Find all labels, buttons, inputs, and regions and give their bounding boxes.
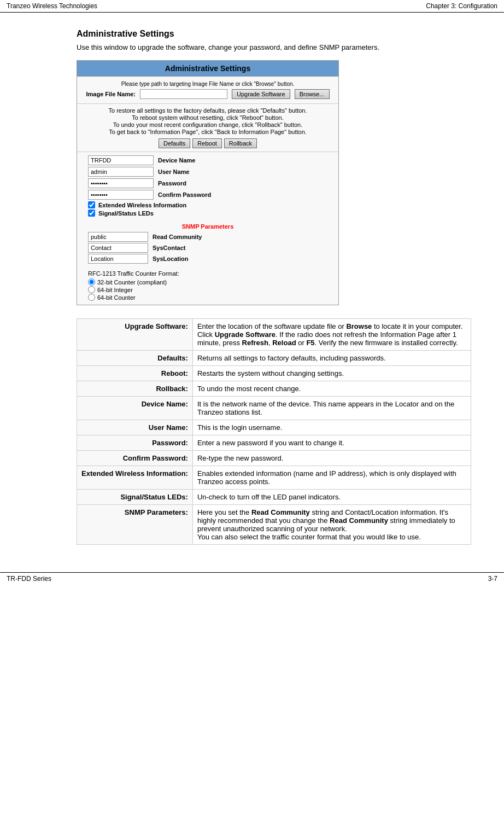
confirm-password-input[interactable] bbox=[88, 190, 154, 200]
upgrade-row: Image File Name: Upgrade Software Browse… bbox=[84, 89, 332, 99]
desc-signal-leds-label: Signal/Status LEDs: bbox=[77, 490, 193, 505]
footer-left: TR-FDD Series bbox=[7, 575, 51, 583]
factory-line-4: To get back to "Information Page", click… bbox=[84, 129, 332, 135]
counter-64bit-counter-radio[interactable] bbox=[88, 294, 95, 301]
desc-password-label: Password: bbox=[77, 435, 193, 451]
defaults-row: Defaults Reboot Rollback bbox=[84, 138, 332, 148]
desc-extended-wireless: Extended Wireless Information: Enables e… bbox=[77, 466, 471, 490]
extended-wireless-label: Extended Wireless Information bbox=[98, 202, 186, 208]
defaults-button[interactable]: Defaults bbox=[159, 138, 190, 148]
desc-defaults-value: Returns all settings to factory defaults… bbox=[192, 351, 471, 366]
desc-defaults-label: Defaults: bbox=[77, 351, 193, 366]
desc-user-name-label: User Name: bbox=[77, 420, 193, 435]
desc-defaults: Defaults: Returns all settings to factor… bbox=[77, 351, 471, 366]
desc-rollback-label: Rollback: bbox=[77, 381, 193, 397]
file-upload-instruction: Please type path to targeting Image File… bbox=[84, 81, 332, 87]
snmp-section: SNMP Parameters Read Community SysContac… bbox=[77, 221, 338, 268]
desc-reboot: Reboot: Restarts the system without chan… bbox=[77, 366, 471, 381]
sys-location-input[interactable] bbox=[88, 254, 148, 264]
intro-text: Use this window to upgrade the software,… bbox=[77, 43, 405, 51]
desc-device-name-value: It is the network name of the device. Th… bbox=[192, 397, 471, 420]
counter-64bit-int-label: 64-bit Integer bbox=[97, 287, 133, 293]
desc-rollback: Rollback: To undo the most recent change… bbox=[77, 381, 471, 397]
desc-upgrade-software: Upgrade Software: Enter the location of … bbox=[77, 319, 471, 351]
desc-snmp-parameters-value: Here you set the Read Community string a… bbox=[192, 505, 471, 545]
counter-section: RFC-1213 Traffic Counter Format: 32-bit … bbox=[77, 268, 338, 305]
read-community-input[interactable] bbox=[88, 232, 148, 242]
user-name-label: User Name bbox=[158, 168, 189, 175]
counter-label: RFC-1213 Traffic Counter Format: bbox=[88, 270, 327, 277]
sys-contact-label: SysContact bbox=[153, 245, 186, 251]
fields-section: Device Name User Name Password Confirm P… bbox=[77, 152, 338, 221]
signal-status-label: Signal/Status LEDs bbox=[98, 210, 154, 217]
signal-status-checkbox[interactable] bbox=[88, 210, 95, 217]
user-name-input[interactable] bbox=[88, 167, 154, 177]
factory-text: To restore all settings to the factory d… bbox=[77, 104, 338, 152]
main-content: Administrative Settings Use this window … bbox=[0, 13, 504, 561]
counter-32bit-radio[interactable] bbox=[88, 278, 95, 286]
rollback-button[interactable]: Rollback bbox=[224, 138, 257, 148]
image-file-label: Image File Name: bbox=[86, 91, 135, 97]
signal-status-row: Signal/Status LEDs bbox=[88, 210, 327, 217]
factory-line-3: To undo your most recent configuration c… bbox=[84, 121, 332, 128]
sys-location-row: SysLocation bbox=[88, 254, 327, 264]
factory-line-1: To restore all settings to the factory d… bbox=[84, 107, 332, 114]
admin-panel: Administrative Settings Please type path… bbox=[77, 60, 339, 305]
device-name-label: Device Name bbox=[158, 157, 196, 164]
password-row: Password bbox=[88, 178, 327, 188]
sys-contact-row: SysContact bbox=[88, 243, 327, 253]
desc-confirm-password-value: Re-type the new password. bbox=[192, 451, 471, 466]
factory-line-2: To reboot system without resetting, clic… bbox=[84, 114, 332, 121]
sys-contact-input[interactable] bbox=[88, 243, 148, 253]
desc-confirm-password-label: Confirm Password: bbox=[77, 451, 193, 466]
desc-password-value: Enter a new password if you want to chan… bbox=[192, 435, 471, 451]
desc-snmp-parameters: SNMP Parameters: Here you set the Read C… bbox=[77, 505, 471, 545]
desc-upgrade-software-label: Upgrade Software: bbox=[77, 319, 193, 351]
desc-snmp-parameters-label: SNMP Parameters: bbox=[77, 505, 193, 545]
sys-location-label: SysLocation bbox=[153, 255, 188, 262]
file-upload-section: Please type path to targeting Image File… bbox=[77, 77, 338, 104]
device-name-row: Device Name bbox=[88, 155, 327, 165]
desc-confirm-password: Confirm Password: Re-type the new passwo… bbox=[77, 451, 471, 466]
page-footer: TR-FDD Series 3-7 bbox=[0, 572, 504, 585]
footer-right: 3-7 bbox=[488, 575, 497, 583]
desc-reboot-value: Restarts the system without changing set… bbox=[192, 366, 471, 381]
desc-signal-leds: Signal/Status LEDs: Un-check to turn off… bbox=[77, 490, 471, 505]
counter-32bit-label: 32-bit Counter (compliant) bbox=[97, 279, 167, 286]
snmp-title: SNMP Parameters bbox=[88, 223, 327, 230]
desc-rollback-value: To undo the most recent change. bbox=[192, 381, 471, 397]
counter-64bit-int-row: 64-bit Integer bbox=[88, 286, 327, 293]
admin-panel-title: Administrative Settings bbox=[77, 61, 338, 77]
desc-signal-leds-value: Un-check to turn off the LED panel indic… bbox=[192, 490, 471, 505]
desc-extended-wireless-value: Enables extended information (name and I… bbox=[192, 466, 471, 490]
password-label: Password bbox=[158, 180, 186, 187]
desc-device-name-label: Device Name: bbox=[77, 397, 193, 420]
description-table: Upgrade Software: Enter the location of … bbox=[77, 318, 471, 545]
device-name-input[interactable] bbox=[88, 155, 154, 165]
desc-reboot-label: Reboot: bbox=[77, 366, 193, 381]
counter-32bit-row: 32-bit Counter (compliant) bbox=[88, 278, 327, 286]
counter-64bit-counter-label: 64-bit Counter bbox=[97, 294, 136, 301]
counter-64bit-counter-row: 64-bit Counter bbox=[88, 294, 327, 301]
password-input[interactable] bbox=[88, 178, 154, 188]
confirm-password-row: Confirm Password bbox=[88, 190, 327, 200]
desc-upgrade-software-value: Enter the location of the software updat… bbox=[192, 319, 471, 351]
desc-password: Password: Enter a new password if you wa… bbox=[77, 435, 471, 451]
header-left: Tranzeo Wireless Technologies bbox=[7, 2, 97, 10]
browse-button[interactable]: Browse... bbox=[295, 89, 330, 99]
extended-wireless-row: Extended Wireless Information bbox=[88, 201, 327, 208]
read-community-row: Read Community bbox=[88, 232, 327, 242]
desc-user-name: User Name: This is the login username. bbox=[77, 420, 471, 435]
desc-user-name-value: This is the login username. bbox=[192, 420, 471, 435]
user-name-row: User Name bbox=[88, 167, 327, 177]
image-file-input[interactable] bbox=[140, 89, 227, 99]
reboot-button[interactable]: Reboot bbox=[192, 138, 221, 148]
page-header: Tranzeo Wireless Technologies Chapter 3:… bbox=[0, 0, 504, 13]
desc-extended-wireless-label: Extended Wireless Information: bbox=[77, 466, 193, 490]
header-right: Chapter 3: Configuration bbox=[426, 2, 497, 10]
read-community-label: Read Community bbox=[153, 234, 202, 240]
counter-64bit-int-radio[interactable] bbox=[88, 286, 95, 293]
section-title: Administrative Settings bbox=[77, 29, 471, 39]
extended-wireless-checkbox[interactable] bbox=[88, 201, 95, 208]
upgrade-software-button[interactable]: Upgrade Software bbox=[232, 89, 290, 99]
